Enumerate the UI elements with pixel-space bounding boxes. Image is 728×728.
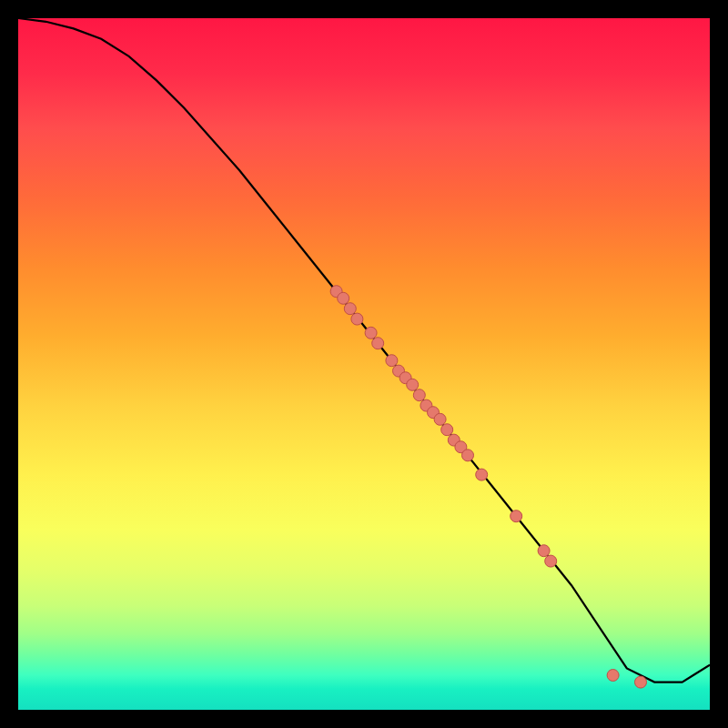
- data-point: [545, 555, 557, 567]
- data-point: [441, 424, 453, 436]
- plot-area: [18, 18, 710, 710]
- data-point: [338, 292, 349, 304]
- data-point: [372, 338, 384, 349]
- data-point: [386, 355, 398, 367]
- bottleneck-curve: [18, 18, 710, 682]
- data-point: [351, 313, 363, 325]
- data-point: [344, 303, 356, 315]
- chart-frame: TheBottleneck.com: [0, 0, 728, 728]
- data-point: [511, 511, 522, 522]
- data-point: [476, 469, 488, 480]
- data-point: [407, 379, 419, 390]
- data-point: [462, 450, 474, 461]
- data-point: [365, 327, 377, 339]
- data-point: [607, 670, 619, 682]
- data-point: [538, 545, 550, 557]
- data-point: [635, 676, 647, 688]
- data-point: [413, 389, 425, 401]
- chart-svg: [18, 18, 710, 710]
- data-point: [434, 413, 446, 425]
- watermark-label: TheBottleneck.com: [541, 0, 708, 18]
